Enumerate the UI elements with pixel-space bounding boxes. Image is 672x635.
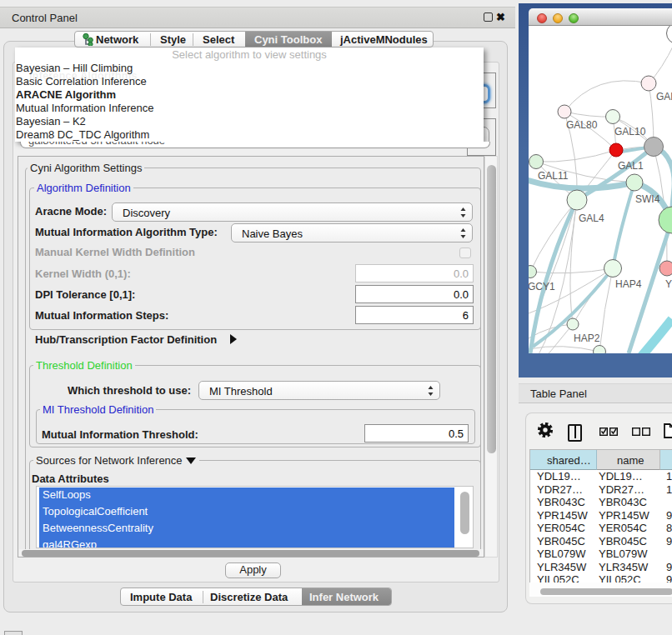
- svg-text:GAL1: GAL1: [618, 160, 644, 172]
- svg-text:GCY1: GCY1: [529, 281, 555, 292]
- svg-text:Y: Y: [665, 278, 672, 290]
- svg-text:GAL4: GAL4: [579, 212, 604, 224]
- svg-text:GAL11: GAL11: [538, 170, 569, 182]
- svg-text:HAP2: HAP2: [574, 332, 600, 344]
- svg-text:GAL10: GAL10: [614, 126, 646, 138]
- svg-text:SWI4: SWI4: [635, 193, 660, 205]
- svg-text:HAP4: HAP4: [615, 278, 642, 290]
- svg-text:GAL: GAL: [656, 91, 672, 102]
- svg-text:GAL80: GAL80: [566, 119, 598, 131]
